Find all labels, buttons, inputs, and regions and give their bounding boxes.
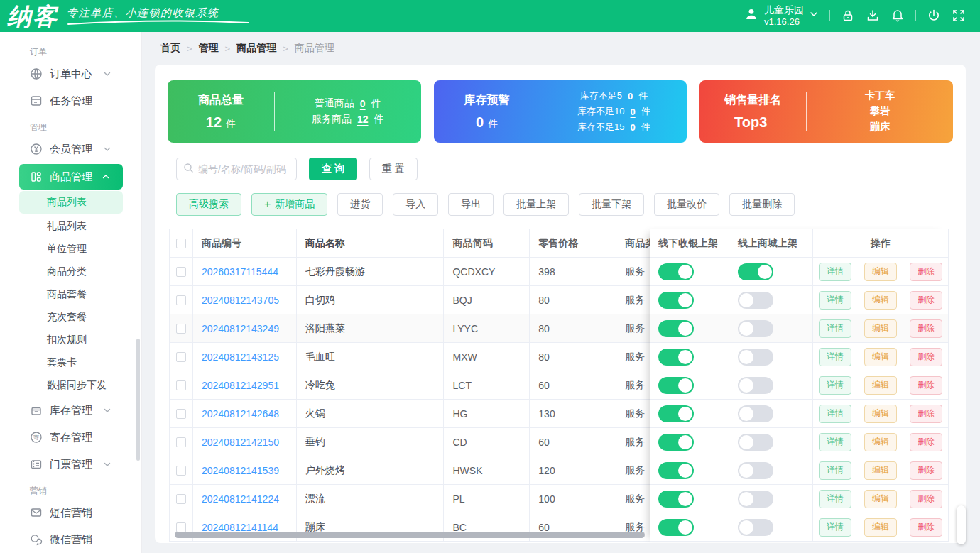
pos-on-shelf-toggle[interactable] bbox=[658, 405, 694, 422]
pos-on-shelf-toggle[interactable] bbox=[658, 434, 694, 451]
sidebar-subitem-gift-list[interactable]: 礼品列表 bbox=[0, 215, 141, 238]
edit-button[interactable]: 编辑 bbox=[864, 348, 897, 366]
batch-delete-button[interactable]: 批量删除 bbox=[729, 193, 795, 216]
sidebar-subitem-deduct-rule[interactable]: 扣次规则 bbox=[0, 329, 141, 351]
edit-button[interactable]: 编辑 bbox=[864, 518, 897, 537]
product-id-link[interactable]: 20240812141539 bbox=[202, 465, 279, 476]
power-icon[interactable] bbox=[927, 9, 941, 23]
row-checkbox[interactable] bbox=[176, 466, 186, 476]
pos-on-shelf-toggle[interactable] bbox=[658, 349, 694, 366]
pos-on-shelf-toggle[interactable] bbox=[658, 292, 694, 309]
breadcrumb-home[interactable]: 首页 bbox=[160, 42, 180, 55]
search-input[interactable] bbox=[198, 163, 290, 175]
edit-button[interactable]: 编辑 bbox=[864, 319, 897, 338]
row-checkbox[interactable] bbox=[176, 324, 186, 334]
delete-button[interactable]: 删除 bbox=[910, 291, 942, 310]
row-checkbox[interactable] bbox=[176, 295, 186, 305]
sidebar-item-deposit-manage[interactable]: 寄 寄存管理 bbox=[0, 424, 141, 451]
sidebar-subitem-product-category[interactable]: 商品分类 bbox=[0, 261, 141, 283]
detail-button[interactable]: 详情 bbox=[819, 376, 851, 395]
edit-button[interactable]: 编辑 bbox=[864, 490, 897, 508]
delete-button[interactable]: 删除 bbox=[910, 348, 942, 366]
sidebar-subitem-recharge-combo[interactable]: 充次套餐 bbox=[0, 306, 141, 329]
product-id-link[interactable]: 20240812142648 bbox=[202, 408, 279, 420]
row-checkbox[interactable] bbox=[176, 437, 186, 447]
sidebar-subitem-ticket-card[interactable]: 套票卡 bbox=[0, 351, 141, 374]
breadcrumb-product-manage[interactable]: 商品管理 bbox=[236, 42, 276, 55]
mall-on-shelf-toggle[interactable] bbox=[738, 320, 773, 337]
edit-button[interactable]: 编辑 bbox=[864, 461, 897, 480]
product-id-link[interactable]: 20260317115444 bbox=[202, 266, 278, 278]
stat-line-value[interactable]: 0 bbox=[360, 98, 366, 109]
row-checkbox[interactable] bbox=[176, 494, 186, 504]
stat-line-value[interactable]: 0 bbox=[631, 106, 636, 117]
batch-reprice-button[interactable]: 批量改价 bbox=[654, 193, 719, 216]
delete-button[interactable]: 删除 bbox=[910, 433, 942, 451]
pos-on-shelf-toggle[interactable] bbox=[658, 519, 694, 536]
sidebar-item-sms-marketing[interactable]: 短信营销 bbox=[0, 499, 141, 526]
mall-on-shelf-toggle[interactable] bbox=[738, 292, 773, 309]
export-button[interactable]: 导出 bbox=[448, 193, 494, 216]
mall-on-shelf-toggle[interactable] bbox=[738, 519, 773, 536]
sidebar-item-order-center[interactable]: 订单中心 bbox=[0, 60, 141, 87]
edit-button[interactable]: 编辑 bbox=[864, 433, 897, 451]
product-id-link[interactable]: 20240812143125 bbox=[202, 351, 279, 363]
edit-button[interactable]: 编辑 bbox=[864, 405, 897, 423]
product-id-link[interactable]: 20240812141224 bbox=[202, 493, 279, 505]
sidebar-scrollbar[interactable] bbox=[136, 339, 140, 461]
mall-on-shelf-toggle[interactable] bbox=[738, 491, 773, 508]
sidebar-subitem-product-list[interactable]: 商品列表 bbox=[19, 191, 123, 214]
mall-on-shelf-toggle[interactable] bbox=[738, 434, 773, 451]
stat-line-value[interactable]: 0 bbox=[631, 122, 636, 133]
fullscreen-icon[interactable] bbox=[952, 9, 966, 23]
mall-on-shelf-toggle[interactable] bbox=[738, 377, 773, 394]
row-checkbox[interactable] bbox=[176, 522, 186, 532]
pos-on-shelf-toggle[interactable] bbox=[658, 320, 694, 337]
mall-on-shelf-toggle[interactable] bbox=[738, 462, 773, 479]
product-id-link[interactable]: 20240812143705 bbox=[202, 295, 279, 306]
detail-button[interactable]: 详情 bbox=[819, 263, 851, 281]
sidebar-subitem-unit-manage[interactable]: 单位管理 bbox=[0, 238, 141, 261]
vertical-scrollbar[interactable] bbox=[957, 505, 966, 544]
advanced-search-button[interactable]: 高级搜索 bbox=[176, 193, 241, 216]
detail-button[interactable]: 详情 bbox=[819, 518, 851, 537]
sidebar-item-ticket-manage[interactable]: 门票管理 bbox=[0, 451, 141, 478]
detail-button[interactable]: 详情 bbox=[819, 461, 851, 480]
detail-button[interactable]: 详情 bbox=[819, 319, 851, 338]
reset-button[interactable]: 重 置 bbox=[369, 158, 418, 180]
mall-on-shelf-toggle[interactable] bbox=[738, 349, 773, 366]
detail-button[interactable]: 详情 bbox=[819, 490, 851, 508]
product-id-link[interactable]: 20240812142150 bbox=[202, 437, 279, 448]
stat-line-value[interactable]: 12 bbox=[357, 114, 369, 125]
pos-on-shelf-toggle[interactable] bbox=[658, 263, 694, 280]
sidebar-item-stock-manage[interactable]: 库存管理 bbox=[0, 397, 141, 424]
edit-button[interactable]: 编辑 bbox=[864, 376, 897, 395]
detail-button[interactable]: 详情 bbox=[819, 405, 851, 423]
pos-on-shelf-toggle[interactable] bbox=[658, 491, 694, 508]
row-checkbox[interactable] bbox=[176, 267, 186, 277]
detail-button[interactable]: 详情 bbox=[819, 291, 851, 310]
breadcrumb-manage[interactable]: 管理 bbox=[199, 42, 219, 55]
sidebar-item-task-manage[interactable]: 任务管理 bbox=[0, 87, 141, 114]
mall-on-shelf-toggle[interactable] bbox=[738, 263, 773, 280]
pos-on-shelf-toggle[interactable] bbox=[658, 462, 694, 479]
select-all-checkbox[interactable] bbox=[176, 239, 186, 248]
detail-button[interactable]: 详情 bbox=[819, 348, 851, 366]
query-button[interactable]: 查 询 bbox=[309, 158, 357, 180]
delete-button[interactable]: 删除 bbox=[910, 461, 942, 480]
add-product-button[interactable]: +新增商品 bbox=[251, 193, 327, 216]
row-checkbox[interactable] bbox=[176, 352, 186, 362]
delete-button[interactable]: 删除 bbox=[910, 490, 942, 508]
delete-button[interactable]: 删除 bbox=[910, 263, 942, 281]
edit-button[interactable]: 编辑 bbox=[864, 263, 897, 281]
detail-button[interactable]: 详情 bbox=[819, 433, 851, 451]
delete-button[interactable]: 删除 bbox=[910, 405, 942, 423]
product-id-link[interactable]: 20240812142951 bbox=[202, 380, 279, 391]
product-id-link[interactable]: 20240812143249 bbox=[202, 323, 279, 334]
download-icon[interactable] bbox=[866, 9, 880, 23]
edit-button[interactable]: 编辑 bbox=[864, 291, 897, 310]
sidebar-subitem-product-combo[interactable]: 商品套餐 bbox=[0, 283, 141, 306]
lock-icon[interactable] bbox=[841, 9, 855, 23]
import-button[interactable]: 导入 bbox=[393, 193, 438, 216]
pos-on-shelf-toggle[interactable] bbox=[658, 377, 694, 394]
